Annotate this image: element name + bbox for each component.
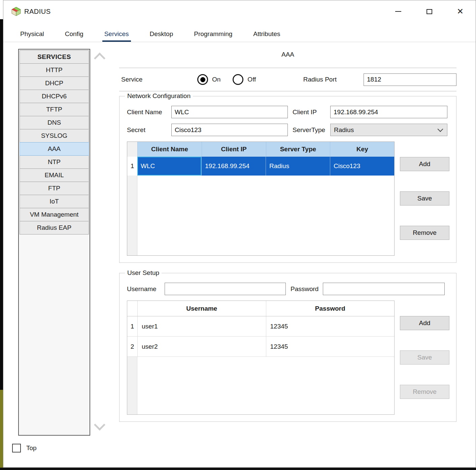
save-users-button[interactable]: Save — [400, 350, 449, 365]
col-header-key: Key — [330, 142, 394, 157]
sidebar-item-dns[interactable]: DNS — [20, 116, 89, 129]
cell-username[interactable]: user1 — [137, 316, 266, 336]
minimize-icon[interactable] — [383, 0, 414, 23]
window-title: RADIUS — [24, 8, 51, 15]
tab-attributes[interactable]: Attributes — [251, 30, 282, 42]
client-ip-label: Client IP — [293, 108, 330, 116]
row-index: 2 — [127, 337, 137, 356]
remove-user-button[interactable]: Remove — [400, 385, 449, 399]
tabbar: Physical Config Services Desktop Program… — [3, 23, 476, 42]
client-name-input[interactable] — [171, 106, 288, 118]
services-sidebar: SERVICES HTTP DHCP DHCPv6 TFTP DNS SYSLO… — [18, 49, 90, 436]
tab-programming[interactable]: Programming — [192, 30, 234, 42]
row-index: 1 — [127, 316, 137, 336]
background-strip-olive — [0, 390, 3, 470]
add-user-button[interactable]: Add — [400, 316, 449, 330]
cell-server-type[interactable]: Radius — [266, 157, 330, 176]
table-row[interactable]: 1 WLC 192.168.99.254 Radius Cisco123 — [127, 157, 394, 176]
save-clients-button[interactable]: Save — [400, 191, 449, 206]
users-table-row: Username Password 1 user1 12345 — [127, 301, 449, 415]
sidebar-item-dhcp[interactable]: DHCP — [20, 76, 89, 90]
username-input[interactable] — [165, 283, 286, 295]
content: SERVICES HTTP DHCP DHCPv6 TFTP DNS SYSLO… — [3, 42, 476, 438]
background-bottom-bar — [0, 468, 476, 470]
sidebar-scrollbar[interactable] — [90, 49, 109, 436]
footer: Top — [3, 438, 476, 467]
sidebar-item-email[interactable]: EMAIL — [20, 168, 89, 182]
clients-table-header: Client Name Client IP Server Type Key — [127, 142, 394, 157]
cell-password[interactable]: 12345 — [266, 316, 395, 336]
cell-password[interactable]: 12345 — [266, 337, 395, 356]
cell-key[interactable]: Cisco123 — [330, 157, 394, 176]
client-ip-input[interactable] — [330, 106, 447, 118]
sidebar-item-ftp[interactable]: FTP — [20, 182, 89, 195]
secret-label: Secret — [127, 126, 171, 134]
sidebar-item-tftp[interactable]: TFTP — [20, 103, 89, 116]
server-type-label: ServerType — [293, 126, 330, 134]
sidebar-item-iot[interactable]: IoT — [20, 195, 89, 208]
tab-desktop[interactable]: Desktop — [148, 30, 175, 42]
close-icon[interactable]: ✕ — [445, 0, 476, 23]
top-checkbox[interactable] — [12, 444, 21, 452]
titlebar: RADIUS ✕ — [3, 0, 476, 23]
server-type-select[interactable]: Radius — [330, 124, 447, 136]
secret-input[interactable] — [171, 124, 288, 136]
maximize-icon[interactable] — [414, 0, 445, 23]
tab-services[interactable]: Services — [102, 30, 131, 42]
sidebar-item-vm-management[interactable]: VM Management — [20, 208, 89, 221]
user-buttons: Add Save Remove — [400, 301, 449, 415]
chevron-down-icon — [438, 126, 443, 132]
background-strip-black — [0, 19, 3, 390]
tab-physical[interactable]: Physical — [18, 30, 46, 42]
users-table: Username Password 1 user1 12345 — [127, 301, 395, 415]
remove-client-button[interactable]: Remove — [400, 226, 449, 240]
users-table-header: Username Password — [127, 301, 394, 316]
client-name-row: Client Name Client IP — [127, 106, 449, 118]
clients-table: Client Name Client IP Server Type Key 1 … — [127, 142, 395, 256]
table-corner — [127, 301, 137, 316]
aaa-panel: AAA Service On Off Radius Port — [119, 51, 456, 438]
scroll-down-icon[interactable] — [94, 419, 105, 431]
service-row: Service On Off Radius Port — [119, 68, 456, 91]
users-table-body: 1 user1 12345 2 user2 12345 — [127, 316, 394, 414]
row-index: 1 — [127, 157, 137, 176]
network-configuration-group: Network Configuration Client Name Client… — [119, 96, 456, 263]
sidebar-item-dhcpv6[interactable]: DHCPv6 — [20, 90, 89, 103]
table-row[interactable]: 2 user2 12345 — [127, 337, 394, 357]
sidebar-item-ntp[interactable]: NTP — [20, 155, 89, 169]
col-header-server-type: Server Type — [266, 142, 330, 157]
sidebar-item-http[interactable]: HTTP — [20, 63, 89, 77]
table-corner — [127, 142, 137, 157]
cell-username[interactable]: user2 — [137, 337, 266, 356]
network-configuration-title: Network Configuration — [125, 92, 193, 100]
col-header-client-ip: Client IP — [202, 142, 266, 157]
cell-client-ip[interactable]: 192.168.99.254 — [201, 157, 266, 176]
secret-row: Secret ServerType Radius — [127, 124, 449, 136]
tab-config[interactable]: Config — [63, 30, 86, 42]
sidebar-item-radius-eap[interactable]: Radius EAP — [20, 221, 89, 234]
radius-port-label: Radius Port — [303, 76, 337, 83]
radio-on-icon — [197, 74, 208, 85]
service-label: Service — [121, 76, 172, 83]
row-number-gutter — [127, 176, 137, 255]
service-on-radio[interactable]: On — [197, 74, 220, 85]
radius-port-input[interactable] — [364, 73, 456, 86]
service-off-label: Off — [247, 76, 256, 83]
sidebar-item-syslog[interactable]: SYSLOG — [20, 129, 89, 143]
row-number-gutter — [127, 357, 137, 414]
sidebar-header: SERVICES — [20, 50, 89, 64]
client-buttons: Add Save Remove — [400, 142, 449, 256]
password-input[interactable] — [323, 283, 445, 295]
client-name-label: Client Name — [127, 108, 171, 116]
screen: RADIUS ✕ Physical Config Services Deskto… — [0, 0, 476, 470]
service-off-radio[interactable]: Off — [233, 74, 256, 85]
page-title: AAA — [119, 51, 456, 58]
radius-window: RADIUS ✕ Physical Config Services Deskto… — [3, 0, 476, 468]
col-header-username: Username — [137, 301, 266, 316]
cell-client-name[interactable]: WLC — [137, 157, 201, 176]
sidebar-item-aaa[interactable]: AAA — [20, 142, 89, 156]
server-type-value: Radius — [334, 126, 354, 134]
scroll-up-icon[interactable] — [94, 53, 105, 64]
add-client-button[interactable]: Add — [400, 157, 449, 171]
table-row[interactable]: 1 user1 12345 — [127, 316, 394, 337]
